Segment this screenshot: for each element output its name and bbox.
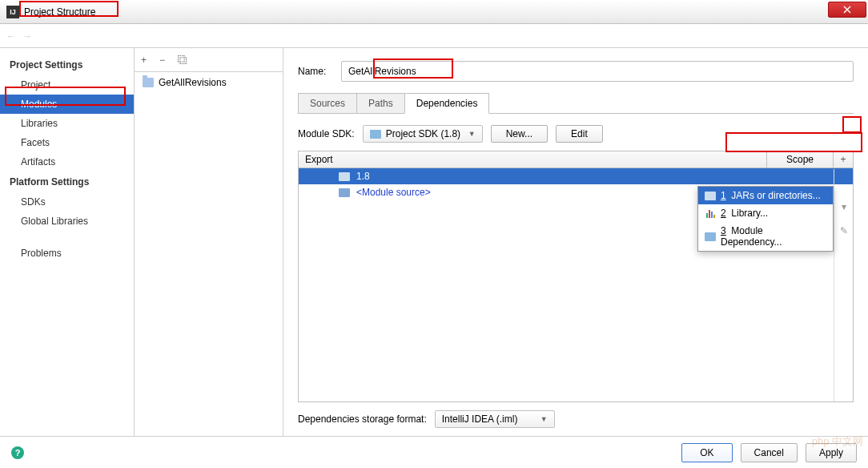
storage-label: Dependencies storage format:: [298, 414, 427, 425]
sidebar-item-project[interactable]: Project: [0, 75, 134, 95]
close-icon: [843, 6, 851, 14]
name-label: Name:: [298, 66, 332, 77]
chevron-down-icon: ▼: [468, 130, 476, 138]
tab-sources[interactable]: Sources: [298, 93, 357, 113]
dependency-label: <Module source>: [356, 187, 431, 198]
module-folder-icon: [143, 78, 154, 87]
storage-row: Dependencies storage format: IntelliJ ID…: [298, 410, 854, 428]
folder-icon: [705, 231, 716, 242]
sidebar-item-problems[interactable]: Problems: [0, 244, 134, 263]
popup-num: 3: [721, 225, 726, 236]
popup-item-module-dep[interactable]: 3 Module Dependency...: [698, 222, 833, 251]
cancel-button[interactable]: Cancel: [741, 443, 798, 462]
tabs: Sources Paths Dependencies: [298, 93, 854, 114]
sidebar-heading-platform: Platform Settings: [0, 171, 134, 192]
tab-dependencies[interactable]: Dependencies: [404, 93, 490, 114]
new-button[interactable]: New...: [491, 125, 548, 143]
module-item-label: GetAllRevisions: [159, 77, 227, 88]
chevron-down-icon: ▼: [540, 415, 548, 423]
sdk-folder-icon: [370, 130, 381, 139]
tab-paths[interactable]: Paths: [356, 93, 405, 113]
sdk-label: Module SDK:: [298, 128, 355, 139]
folder-icon: [705, 190, 716, 201]
modules-list-panel: + − ⿻ GetAllRevisions: [135, 48, 283, 436]
main-layout: Project Settings Project Modules Librari…: [0, 48, 868, 436]
sdk-select[interactable]: Project SDK (1.8) ▼: [363, 125, 483, 143]
sidebar-item-global-libraries[interactable]: Global Libraries: [0, 212, 134, 231]
sidebar-heading-project: Project Settings: [0, 54, 134, 75]
sidebar-item-artifacts[interactable]: Artifacts: [0, 152, 134, 171]
window-title: Project Structure: [24, 6, 95, 18]
storage-select[interactable]: IntelliJ IDEA (.iml) ▼: [435, 410, 555, 428]
module-item[interactable]: GetAllRevisions: [135, 72, 283, 93]
name-row: Name:: [298, 61, 854, 82]
library-icon: [705, 208, 716, 219]
header-scope: Scope: [767, 151, 834, 167]
storage-value: IntelliJ IDEA (.iml): [442, 414, 518, 425]
popup-label: Module Dependency...: [721, 225, 782, 248]
header-export: Export: [299, 151, 767, 167]
sidebar-item-modules[interactable]: Modules: [0, 95, 134, 114]
edit-button[interactable]: Edit: [556, 125, 603, 143]
copy-icon[interactable]: ⿻: [178, 54, 187, 66]
close-button[interactable]: [828, 2, 866, 18]
popup-label: JARs or directories...: [731, 190, 820, 201]
footer: ? OK Cancel Apply: [0, 436, 868, 468]
sidebar-item-libraries[interactable]: Libraries: [0, 114, 134, 133]
dependencies-side-toolbar: ▾ ✎: [834, 169, 853, 401]
sdk-row: Module SDK: Project SDK (1.8) ▼ New... E…: [298, 125, 854, 143]
modules-toolbar: + − ⿻: [135, 48, 283, 72]
back-arrow-icon[interactable]: ←: [6, 30, 16, 42]
content-panel: Name: Sources Paths Dependencies Module …: [283, 48, 868, 436]
titlebar: IJ Project Structure: [0, 0, 868, 24]
add-dependency-button[interactable]: +: [834, 151, 853, 167]
dependencies-body: 1.8 <Module source> 1 JARs or directorie…: [299, 168, 853, 401]
watermark: php 中文网: [812, 434, 863, 449]
dropdown-icon[interactable]: ▾: [842, 201, 846, 212]
help-icon[interactable]: ?: [11, 446, 24, 459]
add-dependency-popup: 1 JARs or directories... 2 Library... 3 …: [697, 186, 834, 252]
name-input[interactable]: [341, 61, 854, 82]
ok-button[interactable]: OK: [681, 443, 732, 462]
dependencies-header: Export Scope +: [299, 151, 853, 168]
add-icon[interactable]: +: [141, 54, 147, 66]
sdk-value: Project SDK (1.8): [386, 128, 460, 139]
folder-icon: [339, 172, 350, 181]
sidebar: Project Settings Project Modules Librari…: [0, 48, 135, 436]
sidebar-item-sdks[interactable]: SDKs: [0, 192, 134, 212]
folder-icon: [339, 188, 350, 197]
dependency-label: 1.8: [356, 171, 370, 182]
sidebar-item-facets[interactable]: Facets: [0, 133, 134, 152]
app-icon: IJ: [6, 6, 19, 18]
dependencies-table: Export Scope + 1.8 <Module source> 1: [298, 151, 854, 402]
popup-num: 1: [721, 190, 726, 201]
dependency-row[interactable]: 1.8: [299, 168, 853, 184]
nav-row: ← →: [0, 24, 868, 48]
forward-arrow-icon[interactable]: →: [22, 30, 32, 42]
popup-num: 2: [721, 208, 726, 219]
popup-item-jars[interactable]: 1 JARs or directories...: [698, 187, 833, 204]
edit-icon[interactable]: ✎: [840, 225, 848, 236]
remove-icon[interactable]: −: [159, 54, 165, 66]
popup-label: Library...: [731, 208, 768, 219]
popup-item-library[interactable]: 2 Library...: [698, 204, 833, 222]
